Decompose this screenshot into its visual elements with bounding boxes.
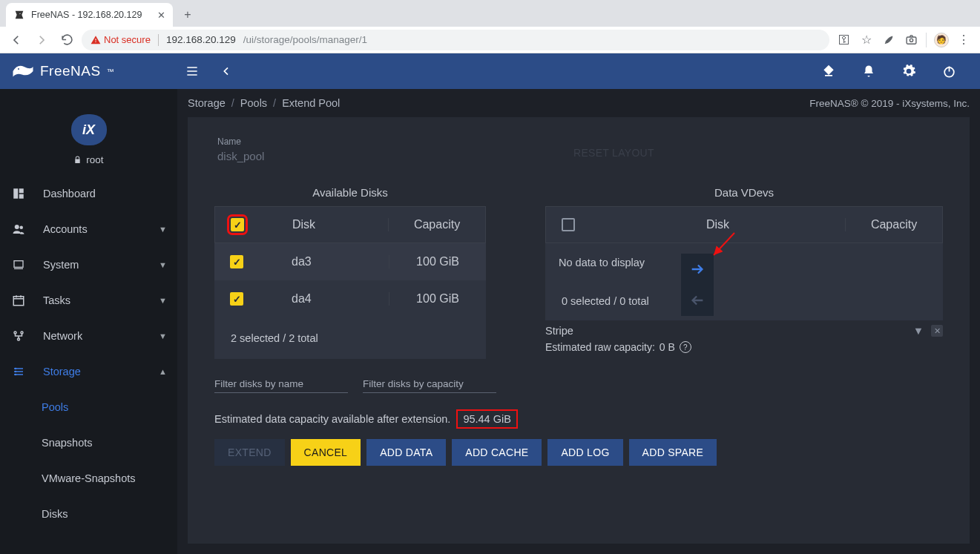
collapse-icon[interactable] [213,58,240,85]
sidebar-user: root [0,150,177,176]
extend-button[interactable]: EXTEND [214,439,285,466]
browser-tab[interactable]: FreeNAS - 192.168.20.129 ✕ [6,3,173,27]
sidebar-item-label: Dashboard [43,188,96,199]
table-row[interactable]: da4 100 GiB [214,280,486,317]
network-icon [10,329,27,343]
move-left-button[interactable] [681,285,714,316]
browser-toolbar: Not secure 192.168.20.129/ui/storage/poo… [0,27,980,53]
url-path: /ui/storage/pools/manager/1 [243,34,367,45]
sidebar: iX root Dashboard Accounts ▼ System [0,89,177,554]
omnibox-separator [158,34,159,46]
select-all-checkbox[interactable] [562,218,575,231]
add-spare-button[interactable]: ADD SPARE [629,439,717,466]
chevron-down-icon: ▼ [159,225,167,234]
available-disks-panel: Available Disks Disk Capacity da3 [214,186,486,359]
key-icon[interactable]: ⚿ [837,33,852,47]
sidebar-item-label: System [43,259,79,271]
power-icon[interactable] [935,58,962,85]
address-bar[interactable]: Not secure 192.168.20.129/ui/storage/poo… [82,30,829,50]
forward-button[interactable] [31,30,52,50]
svg-point-13 [18,338,20,340]
reset-layout-button[interactable]: RESET LAYOUT [573,147,654,159]
sidebar-user-name: root [86,154,103,165]
add-log-button[interactable]: ADD LOG [547,439,622,466]
not-secure-badge: Not secure [91,34,151,45]
accounts-icon [10,222,27,236]
filter-capacity-input[interactable] [363,375,496,393]
sidebar-sub-label: Disks [42,508,68,520]
hamburger-icon[interactable] [179,58,205,85]
add-cache-button[interactable]: ADD CACHE [452,439,542,466]
sidebar-sub-snapshots[interactable]: Snapshots [0,425,177,461]
sidebar-sub-vmware-snapshots[interactable]: VMware-Snapshots [0,461,177,496]
add-data-button[interactable]: ADD DATA [366,439,446,466]
camera-icon[interactable] [904,33,918,47]
tab-favicon [13,9,25,21]
svg-point-7 [15,225,19,229]
sidebar-item-label: Tasks [43,294,70,306]
sidebar-item-network[interactable]: Network ▼ [0,318,177,354]
help-icon[interactable]: ? [680,341,691,353]
estimate-text: Estimated data capacity available after … [214,413,450,425]
layout-select[interactable]: Stripe [545,325,573,337]
ix-logo: iX [0,101,177,150]
est-raw-label: Estimated raw capacity: [545,341,655,353]
row-checkbox[interactable] [230,255,243,268]
sidebar-item-system[interactable]: System ▼ [0,247,177,283]
star-icon[interactable]: ☆ [859,33,874,47]
app-logo[interactable]: FreeNAS™ [12,62,171,80]
svg-point-1 [910,39,912,42]
col-disk[interactable]: Disk [260,218,389,231]
svg-rect-9 [14,261,23,268]
est-raw-value: 0 B [660,341,675,353]
system-icon [10,259,27,271]
close-icon[interactable]: ✕ [157,10,165,21]
gear-icon[interactable] [895,58,922,85]
crumb-sep: / [267,97,282,109]
feather-icon[interactable] [881,33,896,47]
sidebar-item-dashboard[interactable]: Dashboard [0,176,177,211]
sidebar-sub-pools[interactable]: Pools [0,389,177,425]
menu-icon[interactable]: ⋮ [956,33,971,47]
chevron-down-icon: ▼ [159,260,167,269]
disk-capacity: 100 GiB [389,255,486,268]
reload-button[interactable] [56,30,77,50]
vdevs-footer: 0 selected / 0 total [545,282,943,320]
breadcrumb: Storage / Pools / Extend Pool FreeNAS® ©… [177,89,980,117]
sidebar-sub-disks[interactable]: Disks [0,496,177,532]
chevron-down-icon: ▼ [159,332,167,340]
move-right-button[interactable] [681,254,714,285]
vdevs-header-row: Disk Capacity [545,206,943,243]
new-tab-button[interactable]: + [177,4,198,25]
data-vdevs-panel: Data VDevs Disk Capacity No data to disp… [545,186,943,359]
row-checkbox[interactable] [230,292,243,306]
crumb-pools[interactable]: Pools [240,97,267,109]
theme-icon[interactable] [815,58,842,85]
cancel-button[interactable]: CANCEL [291,439,361,466]
sidebar-sub-label: Pools [42,401,68,413]
svg-point-15 [15,371,16,372]
sidebar-item-accounts[interactable]: Accounts ▼ [0,211,177,247]
remove-vdev-button[interactable]: ✕ [931,325,943,337]
select-all-checkbox[interactable] [231,218,244,231]
svg-point-11 [14,332,16,334]
col-capacity[interactable]: Capacity [846,218,942,231]
trademark-icon: ™ [107,67,115,76]
svg-rect-5 [19,188,24,193]
filter-name-input[interactable] [214,375,348,393]
bell-icon[interactable] [855,58,882,85]
col-capacity[interactable]: Capacity [389,218,485,231]
back-button[interactable] [6,30,27,50]
crumb-extend-pool: Extend Pool [282,97,340,109]
sidebar-item-tasks[interactable]: Tasks ▼ [0,283,177,318]
chevron-down-icon[interactable]: ▼ [913,325,924,337]
profile-avatar[interactable]: 🧑 [934,33,949,47]
crumb-storage[interactable]: Storage [188,97,226,109]
disk-name: da3 [259,255,389,268]
col-disk[interactable]: Disk [591,218,846,231]
tab-title: FreeNAS - 192.168.20.129 [31,10,142,20]
table-row[interactable]: da3 100 GiB [214,243,486,280]
sidebar-item-storage[interactable]: Storage ▲ [0,354,177,389]
available-header-row: Disk Capacity [214,206,486,243]
disk-capacity: 100 GiB [389,292,486,306]
